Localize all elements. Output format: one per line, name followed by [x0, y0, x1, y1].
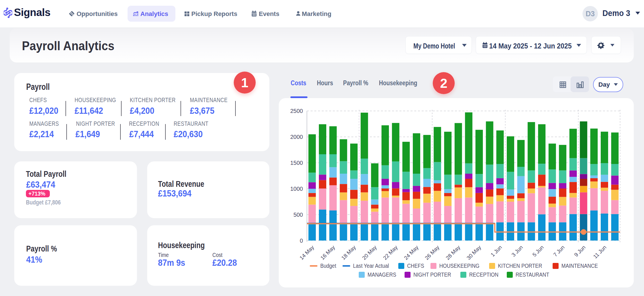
- svg-text:1000: 1000: [290, 186, 303, 192]
- svg-text:18 May: 18 May: [340, 244, 357, 261]
- svg-text:7 Jun: 7 Jun: [552, 244, 566, 258]
- svg-text:20 May: 20 May: [361, 244, 378, 261]
- svg-text:30 May: 30 May: [465, 244, 482, 261]
- svg-text:9 Jun: 9 Jun: [573, 244, 587, 258]
- svg-text:2500: 2500: [290, 108, 303, 114]
- svg-text:500: 500: [294, 212, 303, 218]
- svg-text:1 Jun: 1 Jun: [489, 244, 503, 258]
- svg-text:22 May: 22 May: [382, 244, 399, 261]
- svg-text:2000: 2000: [290, 134, 303, 140]
- svg-text:3 Jun: 3 Jun: [510, 244, 524, 258]
- svg-text:11 Jun: 11 Jun: [592, 244, 608, 259]
- svg-text:14 May: 14 May: [298, 244, 315, 261]
- svg-text:26 May: 26 May: [424, 244, 440, 261]
- svg-text:24 May: 24 May: [403, 244, 420, 261]
- svg-text:1500: 1500: [290, 160, 303, 166]
- svg-text:0: 0: [300, 238, 303, 244]
- svg-text:28 May: 28 May: [445, 244, 462, 261]
- svg-text:5 Jun: 5 Jun: [531, 244, 545, 258]
- svg-text:16 May: 16 May: [319, 244, 336, 261]
